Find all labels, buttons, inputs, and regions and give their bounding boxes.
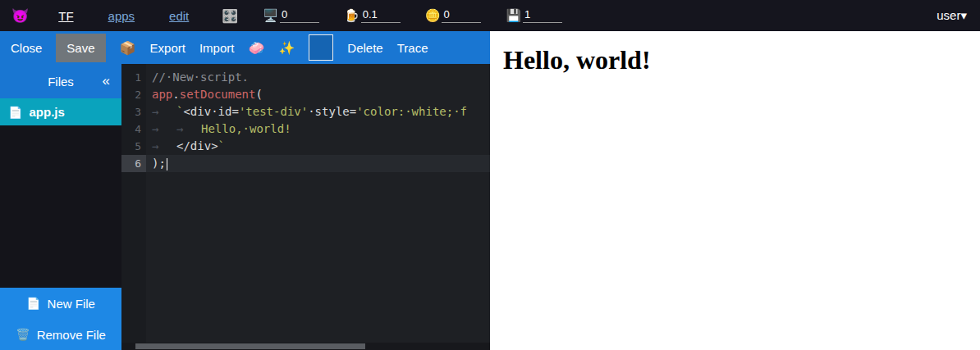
- sidebar-filler: [0, 125, 121, 288]
- stat-monitor: 🖥️ 0: [263, 8, 319, 23]
- beer-icon: 🍺: [344, 8, 359, 23]
- nav-apps-link[interactable]: apps: [108, 9, 135, 23]
- package-icon[interactable]: 📦: [120, 40, 136, 56]
- code-token-tab: →: [152, 103, 176, 120]
- empty-slot-button[interactable]: [309, 34, 333, 61]
- code-token-string: 'test-div': [239, 105, 308, 118]
- remove-file-button[interactable]: 🗑️ Remove File: [0, 319, 121, 350]
- new-file-icon: 📄: [26, 297, 40, 310]
- code-token-comment: //·New·script.: [152, 70, 249, 84]
- code-token-plain: (: [255, 88, 262, 101]
- trace-button[interactable]: Trace: [397, 41, 428, 55]
- line-number: 3: [121, 103, 146, 120]
- code-line[interactable]: →→Hello,·world!: [146, 120, 490, 138]
- code-line[interactable]: app.setDocument(: [146, 86, 490, 103]
- file-name: app.js: [29, 105, 64, 119]
- code-line[interactable]: →`<div·id='test-div'·style='color:·white…: [146, 103, 490, 120]
- close-button[interactable]: Close: [11, 41, 42, 55]
- code-token-plain: ·style=: [308, 105, 356, 118]
- remove-file-icon: 🗑️: [16, 328, 30, 341]
- line-number: 6: [121, 155, 146, 172]
- code-token-tab: →: [176, 120, 201, 138]
- stat-coin: 🪙 0: [425, 8, 482, 23]
- code-token-tab: →: [152, 120, 176, 138]
- line-number: 2: [121, 86, 146, 103]
- preview-heading: Hello, world!: [503, 45, 980, 75]
- new-file-label: New File: [48, 297, 95, 311]
- code-token-variable: app: [152, 88, 172, 101]
- code-token-plain: );: [152, 157, 166, 170]
- code-token-string: `: [218, 139, 225, 152]
- code-token-plain: .: [172, 88, 179, 101]
- preview-pane: Hello, world!: [490, 31, 980, 350]
- stat-floppy-value[interactable]: 1: [523, 8, 562, 23]
- stat-coin-value[interactable]: 0: [442, 8, 481, 23]
- nav-edit-link[interactable]: edit: [169, 9, 189, 23]
- code-editor[interactable]: 123456 //·New·script.app.setDocument(→`<…: [121, 64, 490, 350]
- save-button[interactable]: Save: [56, 34, 105, 62]
- stat-monitor-value[interactable]: 0: [280, 8, 319, 23]
- files-header: Files «: [0, 64, 121, 98]
- files-sidebar: Files « 📄 app.js 📄 New File 🗑️ Remove Fi…: [0, 64, 121, 350]
- files-header-label: Files: [48, 75, 74, 89]
- code-token-plain: <div·id=: [183, 105, 238, 118]
- file-item-appjs[interactable]: 📄 app.js: [0, 98, 121, 125]
- horizontal-scrollbar-thumb[interactable]: [135, 343, 365, 349]
- monitor-icon: 🖥️: [263, 8, 278, 23]
- editor-toolbar: Close Save 📦 Export Import 🧼 ✨ Delete Tr…: [0, 31, 490, 64]
- topbar: 😈 TF apps edit 🎛️ 🖥️ 0 🍺 0.1 🪙 0 💾 1 use…: [0, 0, 980, 31]
- soap-icon[interactable]: 🧼: [248, 40, 264, 56]
- code-line[interactable]: );: [146, 155, 490, 172]
- new-file-button[interactable]: 📄 New File: [0, 288, 121, 319]
- code-token-plain: </div>: [176, 139, 218, 152]
- horizontal-scrollbar-track: [121, 343, 490, 350]
- line-number: 4: [121, 120, 146, 138]
- file-icon: 📄: [8, 106, 22, 119]
- code-line[interactable]: →</div>`: [146, 138, 490, 155]
- brand-link[interactable]: TF: [58, 9, 73, 23]
- code-token-string: Hello,·world!: [201, 122, 291, 135]
- code-token-variable: setDocument: [180, 88, 256, 101]
- code-token-tab: →: [152, 138, 176, 155]
- gutter: 123456: [121, 64, 146, 350]
- line-number: 5: [121, 138, 146, 155]
- stat-beer: 🍺 0.1: [344, 8, 401, 23]
- user-menu[interactable]: user▾: [936, 8, 967, 23]
- stat-beer-value[interactable]: 0.1: [361, 8, 401, 23]
- line-number: 1: [121, 69, 146, 86]
- sparkles-icon[interactable]: ✨: [278, 40, 295, 56]
- export-button[interactable]: Export: [150, 41, 185, 55]
- devil-logo-icon: 😈: [11, 7, 29, 25]
- collapse-sidebar-icon[interactable]: «: [103, 73, 110, 89]
- coin-icon: 🪙: [425, 8, 441, 23]
- code-lines[interactable]: //·New·script.app.setDocument(→`<div·id=…: [146, 64, 490, 350]
- delete-button[interactable]: Delete: [347, 41, 382, 55]
- remove-file-label: Remove File: [37, 328, 106, 342]
- text-cursor: [167, 158, 167, 170]
- stat-floppy: 💾 1: [506, 8, 562, 23]
- code-token-string: 'color:·white;·f: [356, 105, 467, 118]
- controls-icon[interactable]: 🎛️: [222, 8, 238, 24]
- floppy-icon: 💾: [506, 8, 521, 23]
- import-button[interactable]: Import: [199, 41, 235, 55]
- code-line[interactable]: //·New·script.: [146, 69, 490, 86]
